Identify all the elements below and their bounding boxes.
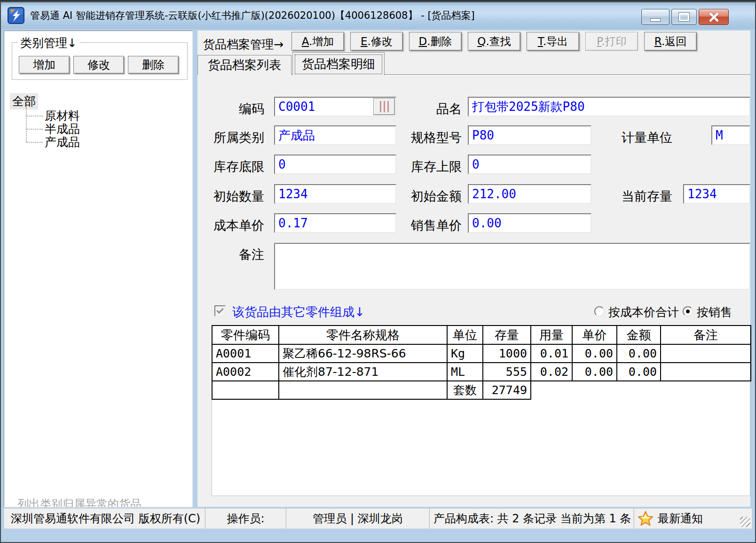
- init-amount-label: 初始金额: [400, 188, 462, 205]
- titlebar[interactable]: 管易通 AI 智能进销存管理系统-云联版(小红书推广版)(2026020100)…: [1, 2, 755, 29]
- category-delete-button[interactable]: 删除: [128, 56, 179, 74]
- sum-by-sale-radio[interactable]: [683, 306, 693, 317]
- cell-stock[interactable]: 1000: [483, 344, 531, 363]
- cell-price[interactable]: 0.00: [572, 363, 617, 381]
- code-browse-button[interactable]: [373, 98, 395, 115]
- cell-part-name[interactable]: 聚乙稀66-12-98RS-66: [279, 344, 447, 363]
- summary-label-cell: 套数: [447, 381, 483, 399]
- sum-by-cost-radio[interactable]: [594, 306, 605, 317]
- cell-amount[interactable]: 0.00: [617, 363, 661, 381]
- col-remark: 备注: [661, 326, 751, 344]
- cell-part-code[interactable]: A0002: [212, 363, 279, 381]
- cell-amount[interactable]: 0.00: [617, 344, 661, 363]
- category-add-button[interactable]: 增加: [19, 56, 70, 74]
- col-amount: 金额: [617, 326, 661, 344]
- current-stock-label: 当前存量: [610, 188, 672, 205]
- composed-of-parts-checkbox[interactable]: [214, 305, 226, 317]
- close-icon: [707, 11, 720, 23]
- toolbar-export-button[interactable]: T.导出: [527, 32, 579, 51]
- statusbar-operator-value: 管理员 | 深圳龙岗: [286, 509, 430, 528]
- col-part-name: 零件名称规格: [279, 326, 447, 344]
- summary-empty-cell: [279, 381, 447, 399]
- init-amount-input[interactable]: [468, 184, 591, 204]
- sale-price-label: 销售单价: [400, 217, 462, 234]
- category-groupbox: 类别管理↓ 增加 修改 删除: [12, 42, 188, 80]
- spec-input[interactable]: [468, 125, 591, 145]
- tab-goods-detail[interactable]: 货品档案明细: [292, 52, 385, 75]
- cell-part-name[interactable]: 催化剂87-12-871: [279, 363, 447, 381]
- cell-part-code[interactable]: A0001: [212, 344, 279, 363]
- tab-goods-detail-label: 货品档案明细: [302, 56, 375, 72]
- tab-goods-list-label: 货品档案列表: [208, 57, 281, 73]
- statusbar-record-info: 产品构成表: 共 2 条记录 当前为第 1 条: [430, 509, 634, 528]
- statusbar-copyright: 深圳管易通软件有限公司 版权所有(C): [4, 509, 205, 528]
- cell-usage[interactable]: 0.01: [531, 344, 572, 363]
- checkmark-icon: [216, 306, 224, 314]
- col-part-code: 零件编码: [212, 326, 279, 344]
- latest-notice-button[interactable]: 最新通知: [637, 510, 703, 527]
- tree-connector-line: [26, 107, 27, 143]
- current-stock-input[interactable]: [683, 184, 750, 204]
- app-window: 管易通 AI 智能进销存管理系统-云联版(小红书推广版)(2026020100)…: [0, 0, 756, 543]
- unit-label: 计量单位: [610, 129, 672, 146]
- sale-price-input[interactable]: [468, 213, 591, 233]
- statusbar-notice-area: 最新通知: [634, 509, 752, 528]
- cell-remark[interactable]: [661, 344, 751, 363]
- toolbar-delete-button[interactable]: D.删除: [409, 32, 462, 51]
- table-summary-row: 套数 27749: [212, 381, 751, 399]
- radio-dot-icon: [686, 310, 690, 313]
- tree-connector-line: [26, 116, 43, 116]
- minimize-button[interactable]: [641, 9, 669, 25]
- category-edit-button[interactable]: 修改: [73, 56, 124, 74]
- tab-goods-list[interactable]: 货品档案列表: [197, 55, 291, 75]
- statusbar: 深圳管易通软件有限公司 版权所有(C) 操作员: 管理员 | 深圳龙岗 产品构成…: [4, 508, 752, 529]
- init-qty-input[interactable]: [274, 184, 396, 204]
- col-price: 单价: [572, 326, 617, 344]
- cell-unit[interactable]: ML: [447, 363, 483, 381]
- stock-min-input[interactable]: [274, 155, 396, 174]
- sum-by-sale-label: 按销售: [697, 304, 750, 320]
- code-label: 编码: [202, 101, 264, 117]
- toolbar-return-button[interactable]: R.返回: [644, 32, 697, 51]
- col-usage: 用量: [531, 326, 572, 344]
- resize-grip[interactable]: [740, 517, 750, 527]
- category-footer-note: 列出类别归属异常的货品: [17, 496, 142, 507]
- toolbar-find-button[interactable]: Q.查找: [468, 32, 520, 51]
- category-input[interactable]: [274, 125, 396, 145]
- tree-connector-line: [26, 129, 43, 130]
- summary-empty-cell: [212, 381, 279, 399]
- window-title: 管易通 AI 智能进销存管理系统-云联版(小红书推广版)(2026020100)…: [30, 2, 475, 29]
- star-icon: [637, 510, 654, 527]
- toolbar-edit-button[interactable]: E.修改: [350, 32, 403, 51]
- stock-max-label: 库存上限: [400, 158, 462, 175]
- toolbar-title: 货品档案管理→: [203, 37, 284, 52]
- close-button[interactable]: [699, 9, 729, 25]
- cost-price-input[interactable]: [274, 213, 396, 233]
- maximize-icon: [679, 13, 689, 21]
- sum-by-cost-label: 按成本价合计: [608, 304, 679, 320]
- init-qty-label: 初始数量: [202, 188, 264, 205]
- col-stock: 存量: [483, 326, 531, 344]
- cell-unit[interactable]: Kg: [447, 344, 483, 363]
- app-logo-icon: [8, 7, 24, 24]
- spec-label: 规格型号: [400, 129, 462, 146]
- tree-item-all[interactable]: 全部: [10, 93, 38, 109]
- remark-label: 备注: [202, 246, 264, 263]
- cost-price-label: 成本单价: [202, 217, 264, 234]
- remark-textarea[interactable]: [274, 243, 750, 290]
- toolbar-add-button[interactable]: A.增加: [291, 32, 344, 51]
- unit-input[interactable]: [711, 125, 750, 145]
- maximize-button[interactable]: [671, 9, 697, 25]
- stock-min-label: 库存底限: [202, 158, 264, 175]
- stock-max-input[interactable]: [468, 155, 591, 174]
- cell-price[interactable]: 0.00: [572, 344, 617, 363]
- table-row: A0001 聚乙稀66-12-98RS-66 Kg 1000 0.01 0.00…: [212, 344, 751, 363]
- minimize-icon: [651, 19, 660, 21]
- latest-notice-label: 最新通知: [658, 511, 703, 526]
- cell-usage[interactable]: 0.02: [531, 363, 572, 381]
- cell-stock[interactable]: 555: [483, 363, 531, 381]
- cell-remark[interactable]: [661, 363, 751, 381]
- tree-item-finished[interactable]: 产成品: [45, 134, 80, 150]
- statusbar-operator-label: 操作员:: [205, 509, 286, 528]
- name-input[interactable]: [468, 97, 750, 116]
